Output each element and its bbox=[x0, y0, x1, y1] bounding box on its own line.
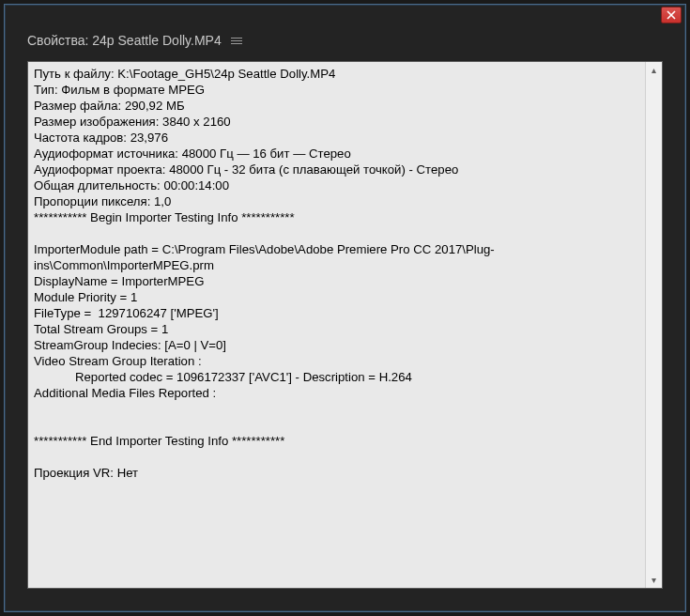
outer-frame: Свойства: 24p Seattle Dolly.MP4 Путь к ф… bbox=[0, 0, 690, 616]
scroll-down-arrow-icon[interactable]: ▾ bbox=[646, 572, 662, 588]
properties-window: Свойства: 24p Seattle Dolly.MP4 Путь к ф… bbox=[4, 4, 686, 612]
properties-text[interactable]: Путь к файлу: K:\Footage_GH5\24p Seattle… bbox=[28, 62, 645, 588]
titlebar: Свойства: 24p Seattle Dolly.MP4 bbox=[5, 5, 685, 55]
properties-panel: Путь к файлу: K:\Footage_GH5\24p Seattle… bbox=[27, 61, 663, 589]
vertical-scrollbar[interactable]: ▴ ▾ bbox=[645, 62, 662, 588]
scroll-up-arrow-icon[interactable]: ▴ bbox=[646, 62, 662, 78]
window-title: Свойства: 24p Seattle Dolly.MP4 bbox=[27, 33, 222, 48]
close-button[interactable] bbox=[661, 7, 682, 23]
panel-menu-icon[interactable] bbox=[231, 38, 242, 44]
close-icon bbox=[667, 10, 676, 20]
